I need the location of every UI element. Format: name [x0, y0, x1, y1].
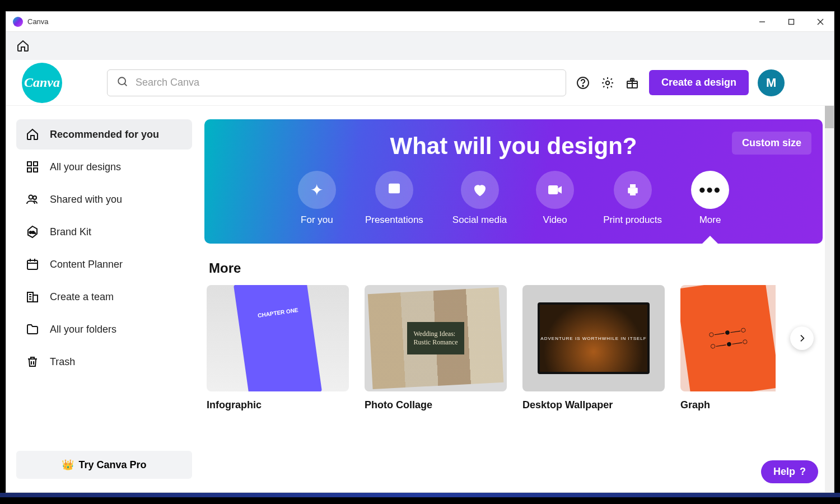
category-label: More: [699, 214, 721, 226]
thumbnail-graph: [680, 285, 776, 391]
category-print-products[interactable]: Print products: [603, 171, 662, 226]
thumbnail-desktop-wallpaper: ADVENTURE IS WORTHWHILE IN ITSELF: [522, 285, 665, 391]
main-panel: Custom size What will you design? ✦ For …: [202, 106, 834, 492]
card-graph[interactable]: Graph: [680, 285, 776, 411]
close-button[interactable]: [814, 15, 827, 29]
sidebar-item-label: Trash: [50, 356, 75, 368]
sidebar-item-brand-kit[interactable]: co. Brand Kit: [16, 217, 192, 247]
people-icon: [25, 192, 40, 207]
sidebar-item-create-team[interactable]: Create a team: [16, 282, 192, 312]
custom-size-button[interactable]: Custom size: [732, 132, 811, 155]
sidebar-item-trash[interactable]: Trash: [16, 347, 192, 377]
thumbnail-infographic: [207, 285, 349, 391]
category-label: Presentations: [365, 214, 423, 226]
help-button[interactable]: Help ?: [761, 460, 818, 483]
card-label: Photo Collage: [365, 399, 507, 411]
card-photo-collage[interactable]: Photo Collage: [365, 285, 507, 411]
video-icon: [536, 171, 574, 209]
search-icon: [116, 76, 129, 90]
question-icon: ?: [800, 466, 806, 478]
svg-text:co.: co.: [29, 230, 36, 235]
more-icon: •••: [691, 171, 729, 209]
card-desktop-wallpaper[interactable]: ADVENTURE IS WORTHWHILE IN ITSELF Deskto…: [522, 285, 665, 411]
svg-rect-32: [548, 185, 558, 194]
category-label: Social media: [452, 214, 507, 226]
maximize-button[interactable]: [785, 15, 798, 29]
help-icon[interactable]: [575, 75, 591, 91]
create-design-button[interactable]: Create a design: [649, 70, 749, 95]
svg-line-5: [124, 83, 127, 86]
thumbnail-inline-text: ADVENTURE IS WORTHWHILE IN ITSELF: [538, 302, 650, 374]
svg-point-4: [118, 77, 125, 85]
svg-rect-1: [789, 19, 794, 24]
taskbar-sliver: [0, 493, 840, 497]
building-icon: [25, 290, 40, 304]
gift-icon[interactable]: [624, 75, 640, 91]
card-infographic[interactable]: Infographic: [207, 285, 349, 411]
category-social-media[interactable]: Social media: [452, 171, 507, 226]
crown-icon: 👑: [62, 459, 74, 471]
svg-rect-34: [630, 184, 636, 188]
svg-point-8: [606, 81, 609, 84]
hero-title: What will you design?: [220, 133, 807, 160]
hero-banner: Custom size What will you design? ✦ For …: [204, 119, 823, 244]
sidebar-item-recommended[interactable]: Recommended for you: [16, 119, 192, 150]
svg-rect-19: [27, 260, 38, 269]
calendar-icon: [25, 257, 40, 272]
nav-bar: [6, 32, 834, 60]
category-presentations[interactable]: Presentations: [365, 171, 423, 226]
category-for-you[interactable]: ✦ For you: [298, 171, 336, 226]
template-cards: Infographic Photo Collage ADVENTURE IS W…: [204, 285, 823, 411]
search-bar[interactable]: [107, 69, 566, 96]
thumbnail-photo-collage: [365, 285, 507, 391]
sidebar-item-folders[interactable]: All your folders: [16, 314, 192, 344]
canva-logo[interactable]: Canva: [22, 63, 62, 103]
card-label: Desktop Wallpaper: [522, 399, 665, 411]
category-label: Video: [543, 214, 567, 226]
folder-icon: [25, 322, 40, 337]
try-pro-button[interactable]: 👑 Try Canva Pro: [16, 451, 192, 479]
svg-point-7: [582, 85, 584, 86]
window-controls: [755, 15, 827, 29]
scroll-next-button[interactable]: [790, 326, 814, 350]
window-titlebar: Canva: [6, 12, 834, 32]
canva-app-icon: [13, 17, 23, 27]
sidebar-item-shared[interactable]: Shared with you: [16, 184, 192, 214]
app-window: Canva Canva: [6, 11, 834, 493]
svg-rect-35: [630, 192, 636, 195]
sparkle-icon: ✦: [298, 171, 336, 209]
category-label: For you: [301, 214, 333, 226]
settings-icon[interactable]: [600, 75, 615, 91]
card-label: Graph: [680, 399, 776, 411]
svg-rect-15: [34, 168, 38, 172]
category-row: ✦ For you Presentations Social media Vid…: [220, 171, 807, 226]
sidebar-item-label: Create a team: [50, 291, 114, 303]
search-input[interactable]: [136, 77, 557, 88]
sidebar: Recommended for you All your designs Sha…: [6, 106, 202, 492]
svg-point-16: [29, 195, 33, 199]
svg-point-17: [33, 196, 36, 199]
card-label: Infographic: [207, 399, 349, 411]
window-title: Canva: [27, 17, 49, 26]
pro-button-label: Try Canva Pro: [78, 459, 146, 471]
help-button-label: Help: [773, 466, 795, 478]
section-title: More: [209, 260, 818, 276]
sidebar-item-label: All your designs: [50, 161, 121, 173]
minimize-button[interactable]: [755, 15, 769, 29]
sidebar-item-label: All your folders: [50, 324, 116, 335]
category-video[interactable]: Video: [536, 171, 574, 226]
svg-rect-13: [34, 162, 38, 166]
svg-rect-14: [27, 168, 31, 172]
svg-rect-12: [27, 162, 31, 166]
home-icon: [25, 127, 40, 142]
home-nav-button[interactable]: [15, 38, 31, 54]
category-label: Print products: [603, 214, 662, 226]
sidebar-item-label: Content Planner: [50, 259, 123, 270]
sidebar-item-content-planner[interactable]: Content Planner: [16, 249, 192, 279]
svg-rect-31: [389, 184, 400, 186]
user-avatar[interactable]: M: [758, 69, 785, 96]
presentation-icon: [375, 171, 413, 209]
category-more[interactable]: ••• More: [691, 171, 729, 226]
sidebar-item-all-designs[interactable]: All your designs: [16, 152, 192, 182]
content-body: Recommended for you All your designs Sha…: [6, 106, 834, 492]
